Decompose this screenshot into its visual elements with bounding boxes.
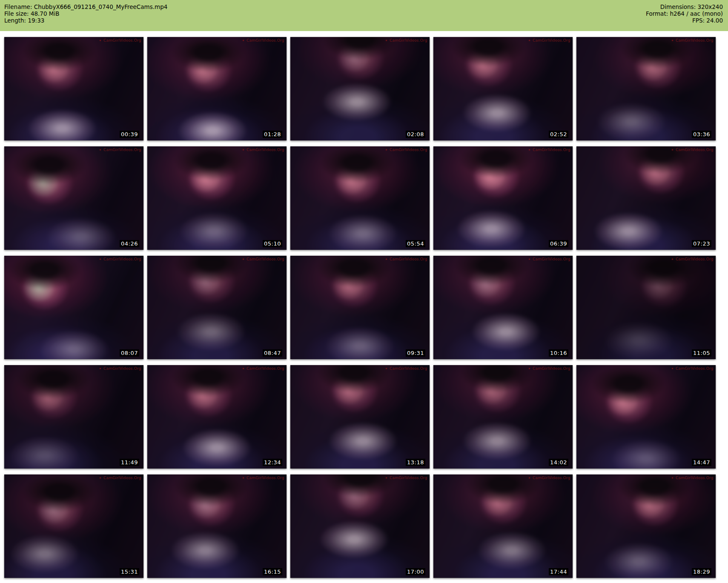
watermark-text: CamGirlVideos.Org — [390, 38, 427, 43]
timestamp-label: 10:16 — [549, 349, 568, 357]
video-thumbnail[interactable]: ✶ CamGirlVideos.Org 05:54 — [290, 146, 430, 250]
watermark-text: CamGirlVideos.Org — [103, 38, 141, 43]
video-thumbnail[interactable]: ✶ CamGirlVideos.Org 11:49 — [4, 365, 143, 469]
watermark: ✶ CamGirlVideos.Org — [99, 476, 141, 480]
watermark: ✶ CamGirlVideos.Org — [99, 38, 141, 43]
watermark: ✶ CamGirlVideos.Org — [385, 38, 427, 43]
timestamp-label: 13:18 — [406, 459, 425, 466]
watermark-logo-icon: ✶ — [671, 257, 674, 261]
watermark-logo-icon: ✶ — [385, 367, 388, 371]
video-frame-art — [147, 37, 287, 140]
timestamp-label: 05:10 — [263, 240, 282, 247]
watermark: ✶ CamGirlVideos.Org — [385, 148, 427, 152]
video-frame-art — [290, 365, 430, 469]
video-thumbnail[interactable]: ✶ CamGirlVideos.Org 14:02 — [433, 365, 573, 469]
watermark-text: CamGirlVideos.Org — [246, 366, 284, 371]
video-thumbnail[interactable]: ✶ CamGirlVideos.Org 08:07 — [4, 256, 143, 359]
video-frame-art — [147, 146, 287, 250]
video-thumbnail[interactable]: ✶ CamGirlVideos.Org 03:36 — [576, 37, 716, 140]
watermark: ✶ CamGirlVideos.Org — [242, 148, 284, 152]
watermark-logo-icon: ✶ — [671, 367, 674, 371]
dimensions-text: Dimensions: 320x240 — [646, 3, 723, 10]
video-frame-art — [433, 474, 573, 578]
filesize-text: File size: 48.70 MiB — [4, 10, 167, 17]
video-thumbnail[interactable]: ✶ CamGirlVideos.Org 15:31 — [4, 474, 143, 578]
watermark-text: CamGirlVideos.Org — [246, 476, 284, 480]
watermark-logo-icon: ✶ — [99, 367, 102, 371]
metadata-header: Filename: ChubbyX666_091216_0740_MyFreeC… — [0, 0, 728, 31]
fps-text: FPS: 24.00 — [646, 17, 723, 24]
video-thumbnail[interactable]: ✶ CamGirlVideos.Org 17:44 — [433, 474, 573, 578]
video-frame-art — [4, 256, 143, 359]
video-thumbnail[interactable]: ✶ CamGirlVideos.Org 12:34 — [147, 365, 287, 469]
video-thumbnail[interactable]: ✶ CamGirlVideos.Org 09:31 — [290, 256, 430, 359]
watermark-logo-icon: ✶ — [671, 148, 674, 152]
watermark: ✶ CamGirlVideos.Org — [99, 148, 141, 152]
watermark-logo-icon: ✶ — [528, 257, 531, 261]
video-thumbnail[interactable]: ✶ CamGirlVideos.Org 02:08 — [290, 37, 430, 140]
video-frame-art — [290, 474, 430, 578]
watermark: ✶ CamGirlVideos.Org — [528, 38, 570, 43]
video-thumbnail[interactable]: ✶ CamGirlVideos.Org 16:15 — [147, 474, 287, 578]
video-frame-art — [576, 256, 716, 359]
video-frame-art — [576, 365, 716, 469]
watermark: ✶ CamGirlVideos.Org — [385, 366, 427, 371]
video-thumbnail[interactable]: ✶ CamGirlVideos.Org 13:18 — [290, 365, 430, 469]
watermark: ✶ CamGirlVideos.Org — [242, 366, 284, 371]
watermark: ✶ CamGirlVideos.Org — [671, 257, 714, 262]
video-thumbnail[interactable]: ✶ CamGirlVideos.Org 00:39 — [4, 37, 143, 140]
video-thumbnail[interactable]: ✶ CamGirlVideos.Org 08:47 — [147, 256, 287, 359]
video-frame-art — [147, 365, 287, 469]
watermark-text: CamGirlVideos.Org — [533, 148, 570, 152]
watermark-logo-icon: ✶ — [242, 257, 245, 261]
watermark-text: CamGirlVideos.Org — [390, 476, 427, 480]
watermark: ✶ CamGirlVideos.Org — [671, 148, 714, 152]
video-frame-art — [576, 146, 716, 250]
video-frame-art — [433, 37, 573, 140]
video-thumbnail[interactable]: ✶ CamGirlVideos.Org 02:52 — [433, 37, 573, 140]
video-thumbnail[interactable]: ✶ CamGirlVideos.Org 07:23 — [576, 146, 716, 250]
watermark-text: CamGirlVideos.Org — [533, 257, 570, 261]
timestamp-label: 04:26 — [120, 240, 139, 247]
watermark: ✶ CamGirlVideos.Org — [99, 257, 141, 262]
timestamp-label: 02:08 — [406, 131, 425, 138]
video-thumbnail[interactable]: ✶ CamGirlVideos.Org 11:05 — [576, 256, 716, 359]
watermark-logo-icon: ✶ — [242, 148, 245, 152]
timestamp-label: 18:29 — [692, 568, 711, 575]
timestamp-label: 00:39 — [120, 131, 139, 138]
video-thumbnail[interactable]: ✶ CamGirlVideos.Org 14:47 — [576, 365, 716, 469]
timestamp-label: 17:44 — [549, 568, 568, 575]
metadata-right-column: Dimensions: 320x240 Format: h264 / aac (… — [646, 3, 723, 24]
watermark: ✶ CamGirlVideos.Org — [528, 366, 570, 371]
watermark-text: CamGirlVideos.Org — [103, 257, 141, 261]
video-frame-art — [4, 146, 143, 250]
watermark: ✶ CamGirlVideos.Org — [242, 38, 284, 43]
watermark: ✶ CamGirlVideos.Org — [528, 148, 570, 152]
video-thumbnail[interactable]: ✶ CamGirlVideos.Org 06:39 — [433, 146, 573, 250]
timestamp-label: 05:54 — [406, 240, 425, 247]
video-frame-art — [147, 256, 287, 359]
video-thumbnail[interactable]: ✶ CamGirlVideos.Org 01:28 — [147, 37, 287, 140]
watermark-text: CamGirlVideos.Org — [676, 38, 714, 43]
watermark: ✶ CamGirlVideos.Org — [671, 366, 714, 371]
timestamp-label: 03:36 — [692, 131, 711, 138]
video-thumbnail[interactable]: ✶ CamGirlVideos.Org 18:29 — [576, 474, 716, 578]
watermark-text: CamGirlVideos.Org — [676, 148, 714, 152]
timestamp-label: 15:31 — [120, 568, 139, 575]
video-thumbnail[interactable]: ✶ CamGirlVideos.Org 05:10 — [147, 146, 287, 250]
timestamp-label: 16:15 — [263, 568, 282, 575]
watermark: ✶ CamGirlVideos.Org — [99, 366, 141, 371]
video-frame-art — [290, 37, 430, 140]
watermark-text: CamGirlVideos.Org — [533, 38, 570, 43]
video-frame-art — [290, 256, 430, 359]
watermark-logo-icon: ✶ — [385, 476, 388, 480]
video-thumbnail[interactable]: ✶ CamGirlVideos.Org 10:16 — [433, 256, 573, 359]
video-thumbnail[interactable]: ✶ CamGirlVideos.Org 17:00 — [290, 474, 430, 578]
watermark: ✶ CamGirlVideos.Org — [528, 476, 570, 480]
video-thumbnail[interactable]: ✶ CamGirlVideos.Org 04:26 — [4, 146, 143, 250]
timestamp-label: 17:00 — [406, 568, 425, 575]
metadata-left-column: Filename: ChubbyX666_091216_0740_MyFreeC… — [4, 3, 167, 24]
video-frame-art — [576, 474, 716, 578]
watermark-logo-icon: ✶ — [99, 148, 102, 152]
watermark-logo-icon: ✶ — [99, 476, 102, 480]
